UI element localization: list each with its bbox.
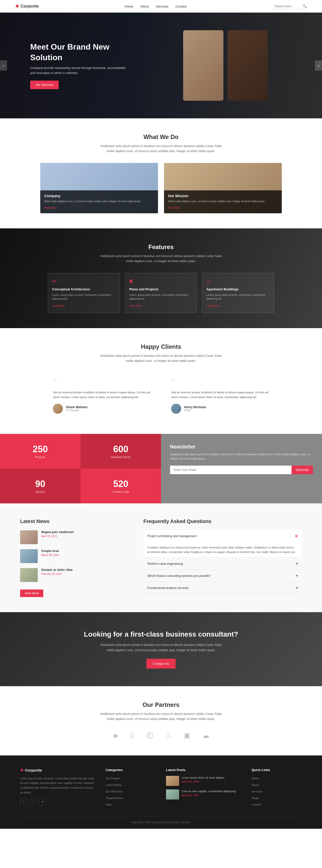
- footer-cat-4[interactable]: Organisations: [106, 797, 123, 800]
- happy-clients-section: Happy Clients Vestibulum ante ipsum prim…: [0, 328, 322, 434]
- footer-about: ❖ Corporite Lorem ipsum dolor sit amet, …: [20, 768, 96, 809]
- latest-news-title: Latest News: [20, 519, 133, 524]
- search-bar[interactable]: 🔍: [273, 3, 307, 9]
- building-icon: ⌂: [206, 278, 270, 285]
- linkedin-link[interactable]: in: [39, 798, 46, 805]
- testimonials-grid: " Sed do eiusmod tempor incididunt ut la…: [48, 372, 274, 418]
- footer-cat-1[interactable]: Our People: [106, 777, 120, 780]
- footer-cat-3[interactable]: Our Branches: [106, 790, 123, 793]
- company-read-more[interactable]: Read More: [44, 207, 57, 209]
- footer-quick-5[interactable]: Contact: [252, 803, 261, 806]
- news-date-2: March 30, 2019: [41, 554, 59, 557]
- partners-logos: ◈ ꞿ Ⓔ ♨ ▣ ☁: [20, 731, 302, 740]
- feature-3-link[interactable]: Learn More: [206, 305, 219, 307]
- feature-3-title: Apartment Buildings: [206, 287, 270, 291]
- news-info-1: Magna pars studiorum April 25, 2019: [41, 530, 74, 538]
- hero-person-2: [227, 30, 268, 101]
- footer-logo-icon: ❖: [20, 768, 24, 773]
- features-subtitle: Vestibulum ante ipsum primis in faucibus…: [98, 254, 224, 264]
- nav-services[interactable]: Services: [156, 4, 169, 8]
- author-1-role: Co-Founder: [66, 409, 87, 412]
- footer-quick-2[interactable]: About: [252, 783, 259, 786]
- hero-next-button[interactable]: ›: [315, 60, 322, 70]
- hero-title: Meet Our Brand New Solution: [30, 42, 126, 63]
- stats-newsletter-bar: 250 Projects 600 Satisfied Clients 90 Aw…: [0, 434, 322, 503]
- news-info-3: Semper ac dolor vitae February 20, 2019: [41, 568, 73, 576]
- footer-latest-posts: Latest Posts Lorem ipsum dolor sit amet …: [166, 768, 242, 809]
- what-we-do-section: What We Do Vestibulum ante ipsum primis …: [0, 118, 322, 228]
- testimonial-1: " Sed do eiusmod tempor incididunt ut la…: [48, 372, 156, 418]
- nav-about[interactable]: About: [140, 4, 149, 8]
- faq-item-3: Which finance consulting services you pr…: [143, 570, 302, 582]
- partners-subtitle: Vestibulum ante ipsum primis in faucibus…: [98, 711, 224, 722]
- feature-1-link[interactable]: Learn More: [52, 305, 65, 307]
- footer-post-img-1: [166, 776, 179, 786]
- newsletter-email-input[interactable]: [170, 466, 292, 474]
- footer-bottom: Copyright © 2020 Company Name All rights…: [20, 817, 302, 824]
- stats-grid: 250 Projects 600 Satisfied Clients 90 Aw…: [0, 434, 161, 503]
- footer-cat-5[interactable]: Help: [106, 803, 111, 806]
- feature-2-description: Lorem, ipsum dolor sit amet, consectetur…: [129, 293, 193, 301]
- search-button[interactable]: 🔍: [302, 4, 307, 8]
- footer-post-img-2: [166, 789, 179, 800]
- partners-title: Our Partners: [20, 701, 302, 708]
- faq-answer-1: Curabitur dapibus non massa sed maximus.…: [143, 542, 302, 558]
- footer-description: Lorem ipsum dolor sit amet, consectetur …: [20, 776, 96, 795]
- stat-cups-number: 520: [85, 479, 156, 489]
- twitter-link[interactable]: t: [30, 798, 37, 805]
- faq-question-1[interactable]: Project scheduling and management ✕: [143, 530, 302, 542]
- faq-title: Frequently Asked Questions: [143, 519, 302, 524]
- newsletter-box: Newsletter Vestibulum ante ipsum primis …: [161, 434, 322, 503]
- testimonial-2: " Sed do eiusmod tempor incididunt ut la…: [166, 372, 274, 418]
- partners-section: Our Partners Vestibulum ante ipsum primi…: [0, 686, 322, 755]
- faq-item-2: Perform value engineering ▾: [143, 558, 302, 570]
- faq-question-4-text: Fundamental analysis services: [147, 586, 189, 590]
- faq-question-4[interactable]: Fundamental analysis services ▾: [143, 582, 302, 594]
- feature-1-title: Conceptual Architecture: [52, 287, 116, 291]
- news-info-2: Couple Area March 30, 2019: [41, 549, 59, 557]
- hero-cta-button[interactable]: Our Services: [30, 81, 59, 89]
- faq-item-4: Fundamental analysis services ▾: [143, 582, 302, 594]
- news-title-2: Couple Area: [41, 549, 59, 553]
- footer-quick-4[interactable]: Blogs: [252, 797, 259, 800]
- newsletter-subscribe-button[interactable]: Subscribe: [292, 466, 313, 474]
- cta-title: Looking for a first-class business consu…: [20, 630, 302, 639]
- partner-logo-6: ☁: [202, 731, 209, 740]
- footer-quick-links-list: Home About Services Blogs Contact: [252, 776, 302, 807]
- news-thumb-2: [20, 549, 38, 563]
- avatar-2: [171, 404, 181, 414]
- footer-logo: ❖ Corporite: [20, 768, 96, 773]
- footer-latest-posts-title: Latest Posts: [166, 768, 242, 772]
- mission-read-more[interactable]: Read More: [168, 207, 180, 209]
- nav-contact[interactable]: Contact: [175, 4, 187, 8]
- feature-card-2: ₦ Plans and Projects Lorem, ipsum dolor …: [125, 273, 197, 313]
- mission-title: Our Mission: [168, 194, 278, 198]
- faq-question-1-text: Project scheduling and management: [147, 534, 196, 538]
- cta-button[interactable]: Contact Us: [146, 659, 176, 669]
- faq-question-3[interactable]: Which finance consulting services you pr…: [143, 570, 302, 582]
- hero-image-area: [129, 12, 322, 118]
- hero-person-1: [183, 30, 223, 101]
- view-more-button[interactable]: View More: [20, 589, 43, 597]
- footer-categories: Categories Our People Latest Media Our B…: [106, 768, 156, 809]
- author-1-name: Shane Watteen: [66, 405, 87, 409]
- nav-home[interactable]: Home: [124, 4, 133, 8]
- news-date-3: February 20, 2019: [41, 572, 73, 576]
- footer-cat-2[interactable]: Latest Media: [106, 783, 121, 786]
- author-2-role: Client: [184, 409, 206, 412]
- faq-toggle-1: ✕: [295, 534, 298, 539]
- logo[interactable]: ❖ Corporite: [15, 3, 39, 9]
- footer-quick-1[interactable]: Home: [252, 777, 259, 780]
- search-input[interactable]: [273, 3, 302, 9]
- footer-post-date-1: April 10th, 2020: [182, 780, 225, 783]
- faq: Frequently Asked Questions Project sched…: [143, 519, 302, 597]
- features-grid: ✏ Conceptual Architecture Lorem, ipsum d…: [48, 273, 274, 313]
- feature-2-title: Plans and Projects: [129, 287, 193, 291]
- company-description: Nulla mollis dapibus nunc, ut rhoncus tu…: [44, 199, 154, 203]
- faq-toggle-3: ▾: [296, 574, 298, 578]
- footer-quick-3[interactable]: Services: [252, 790, 262, 793]
- feature-2-link[interactable]: Learn More: [129, 305, 142, 307]
- facebook-link[interactable]: f: [20, 798, 27, 805]
- faq-question-2[interactable]: Perform value engineering ▾: [143, 558, 302, 569]
- footer-post-2: Cras at nunc sagittis, consectetur adipi…: [166, 789, 242, 800]
